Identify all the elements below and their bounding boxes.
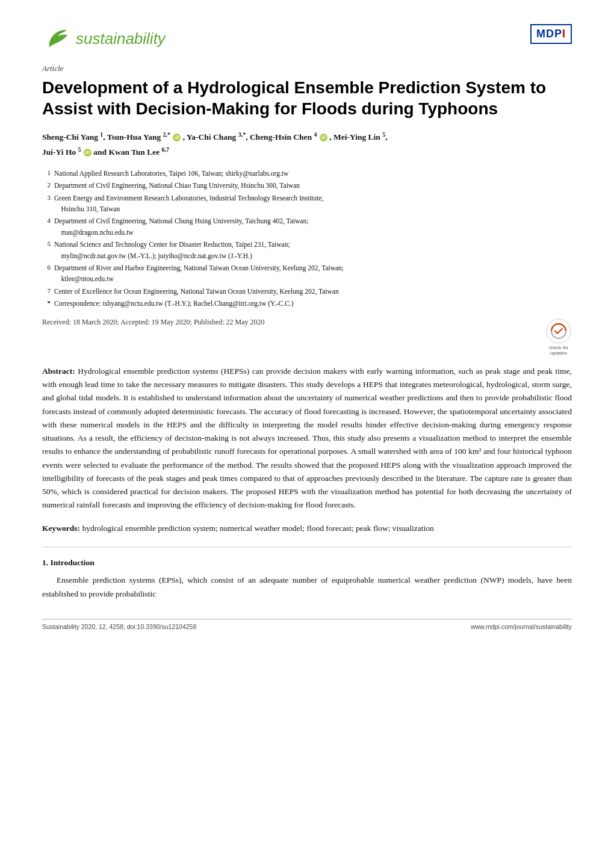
list-item: 3Green Energy and Environment Research L… — [42, 193, 572, 215]
logo-text: sustainability — [76, 29, 166, 48]
list-item: 7Center of Excellence for Ocean Engineer… — [42, 286, 572, 297]
mdpi-logo: MDPI — [530, 24, 572, 44]
orcid-icon-1: iD — [173, 134, 181, 141]
author-last: and Kwan Tun Lee 6,7 — [93, 147, 169, 157]
check-updates-icon — [545, 318, 572, 344]
section-1: 1. Introduction Ensemble prediction syst… — [42, 558, 572, 601]
received-text: Received: 18 March 2020; Accepted: 19 Ma… — [42, 318, 265, 327]
leaf-icon — [42, 24, 71, 53]
page-footer: Sustainability 2020, 12, 4258; doi:10.33… — [42, 619, 572, 630]
list-item: 4Department of Civil Engineering, Nation… — [42, 215, 572, 238]
svg-point-0 — [547, 319, 571, 343]
author-1: Sheng-Chi Yang 1, Tsun-Hua Yang 2,* — [42, 132, 170, 141]
orcid-icon-2: iD — [320, 134, 327, 141]
list-item: 1National Applied Research Laboratories,… — [42, 168, 572, 179]
abstract-label: Abstract: — [42, 367, 75, 376]
list-item: *Correspondence: tshyang@nctu.edu.tw (T.… — [42, 298, 572, 309]
received-row: Received: 18 March 2020; Accepted: 19 Ma… — [42, 318, 572, 356]
authors-block: Sheng-Chi Yang 1, Tsun-Hua Yang 2,* iD ,… — [42, 129, 572, 160]
check-updates-text: check for updates — [549, 345, 568, 356]
affiliations-list: 1National Applied Research Laboratories,… — [42, 168, 572, 309]
keywords-label: Keywords: — [42, 524, 80, 533]
abstract-section: Abstract: Hydrological ensemble predicti… — [42, 365, 572, 512]
keywords-section: Keywords: hydrological ensemble predicti… — [42, 522, 572, 535]
abstract-text: Hydrological ensemble prediction systems… — [42, 367, 572, 510]
author-3: , Ya-Chi Chang 3,*, Cheng-Hsin Chen 4 — [183, 132, 317, 141]
check-updates-badge[interactable]: check for updates — [545, 318, 572, 356]
article-title: Development of a Hydrological Ensemble P… — [42, 77, 572, 119]
section-divider — [42, 547, 572, 547]
page-header: sustainability MDPI — [42, 24, 572, 53]
section-1-text: Ensemble prediction systems (EPSs), whic… — [42, 574, 572, 601]
list-item: 5National Science and Technology Center … — [42, 239, 572, 261]
affiliations-block: 1National Applied Research Laboratories,… — [42, 168, 572, 309]
section-1-heading: 1. Introduction — [42, 558, 572, 568]
article-type: Article — [42, 64, 572, 73]
journal-logo: sustainability — [42, 24, 166, 53]
list-item: 2Department of Civil Engineering, Nation… — [42, 180, 572, 191]
orcid-icon-3: iD — [84, 149, 91, 157]
keywords-text: hydrological ensemble prediction system;… — [80, 524, 434, 533]
footer-right: www.mdpi.com/journal/sustainability — [471, 623, 572, 630]
abstract-paragraph: Abstract: Hydrological ensemble predicti… — [42, 365, 572, 512]
footer-left: Sustainability 2020, 12, 4258; doi:10.33… — [42, 623, 196, 630]
list-item: 6Department of River and Harbor Engineer… — [42, 262, 572, 285]
